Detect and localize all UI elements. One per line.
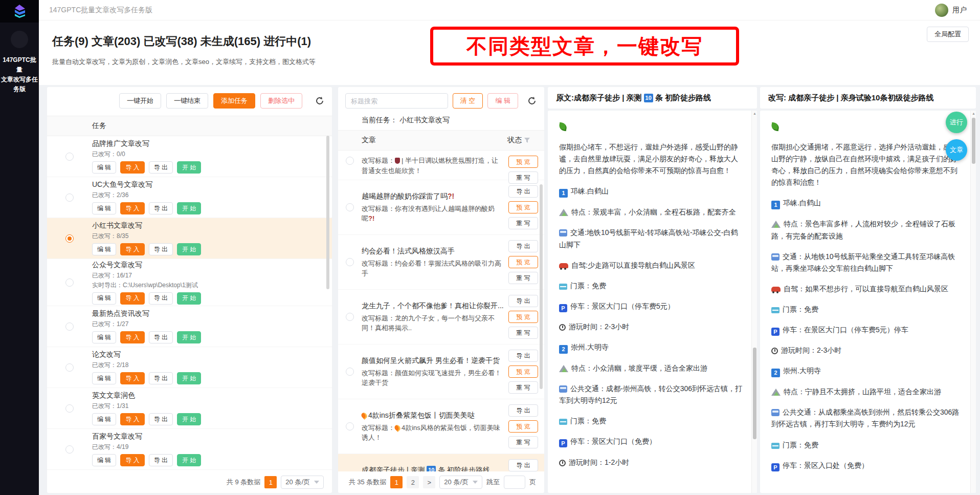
refresh-icon[interactable] [527,96,537,106]
article-row[interactable]: 约会必看！法式风格燎汉高手 改写标题：约会必看！掌握法式风格的吸引力高手 导 出… [338,235,544,290]
rewrite-button[interactable]: 重 写 [508,436,538,448]
article-fab-button[interactable]: 文章 [946,139,967,161]
preview-button[interactable]: 预 览 [508,420,538,433]
edit-button[interactable]: 编 辑 [92,243,116,255]
radio-button[interactable] [346,258,354,266]
user-avatar[interactable] [935,4,948,17]
preview-button[interactable]: 预 览 [508,201,538,213]
preview-button[interactable]: 预 览 [508,256,538,268]
scrollbar-thumb[interactable] [972,118,975,164]
start-button[interactable]: 开 始 [177,454,201,466]
rewrite-button[interactable]: 重 写 [508,171,538,184]
next-page-button[interactable]: > [423,476,435,488]
import-button[interactable]: 导 入 [120,331,144,343]
page-size-select[interactable]: 20 条/页 [281,476,324,489]
export-button[interactable]: 导 出 [149,372,173,384]
radio-button[interactable] [65,322,74,331]
import-button[interactable]: 导 入 [120,413,144,425]
start-button[interactable]: 开 始 [177,413,201,425]
edit-articles-button[interactable]: 编 辑 [487,93,518,109]
task-row[interactable]: 论文改写 已改写：2/18 编 辑 导 入 导 出 开 始 [47,347,332,388]
preview-button[interactable]: 预 览 [508,311,538,323]
import-button[interactable]: 导 入 [120,292,144,305]
radio-button[interactable] [346,368,354,376]
scrollbar-thumb[interactable] [540,184,543,389]
task-row[interactable]: 百家号文章改写 已改写：4/19 编 辑 导 入 导 出 开 始 [47,429,332,470]
page-number-active[interactable]: 1 [390,476,403,488]
refresh-icon[interactable] [315,96,325,106]
progress-fab-button[interactable]: 进行 [946,112,967,133]
export-button[interactable]: 导 出 [149,243,173,255]
scrollbar[interactable]: ▲ [751,111,757,493]
start-button[interactable]: 开 始 [177,292,201,305]
export-button[interactable]: 导 出 [149,161,173,174]
edit-button[interactable]: 编 辑 [92,202,116,214]
export-button[interactable]: 导 出 [149,331,173,343]
article-row[interactable]: 4款ins折叠紫菜包饭丨切面美美哒 改写标题：4款ins风格的紫菜包饭，切面美味… [338,399,544,454]
article-row[interactable]: 越喝越胖的酸奶你踩雷了吗?! 改写标题：你有没有遇到让人越喝越胖的酸奶呢?! 导… [338,180,544,235]
page-number[interactable]: 2 [407,476,419,488]
export-button[interactable]: 导 出 [149,413,173,425]
delete-selected-button[interactable]: 删除选中 [260,93,302,109]
edit-button[interactable]: 编 辑 [92,372,116,384]
export-button[interactable]: 导 出 [508,185,538,198]
export-button[interactable]: 导 出 [508,295,538,307]
radio-button[interactable] [346,203,354,211]
task-row[interactable]: UC大鱼号文章改写 已改写：2/36 编 辑 导 入 导 出 开 始 [47,177,332,218]
scrollbar-thumb[interactable] [753,348,756,439]
import-button[interactable]: 导 入 [120,372,144,384]
edit-button[interactable]: 编 辑 [92,331,116,343]
radio-button-checked[interactable] [65,234,74,243]
add-task-button[interactable]: 添加任务 [213,93,255,109]
import-button[interactable]: 导 入 [120,454,144,466]
import-button[interactable]: 导 入 [120,161,144,174]
export-button[interactable]: 导 出 [508,240,538,252]
scroll-up-icon[interactable]: ▲ [971,111,976,117]
preview-button[interactable]: 预 览 [508,365,538,378]
filter-icon[interactable] [524,138,530,143]
edit-button[interactable]: 编 辑 [92,413,116,425]
clear-button[interactable]: 清 空 [453,93,483,109]
article-row[interactable]: 龙生九子，个个都不像他爹！真相让你裂开... 改写标题：龙的九个子女，每一个都与… [338,290,544,345]
task-row[interactable]: 最新热点资讯改写 已改写：1/27 编 辑 导 入 导 出 开 始 [47,306,332,347]
article-row[interactable]: 颜值如何呈火箭式飙升 男生必看！逆袭干货 改写标题：颜值如何实现飞速提升，男生必… [338,345,544,399]
article-row[interactable]: 改写标题：| 半十日调以燃秋意氛围打造，让普通女生也能欣赏！ 预 览 重 写 [338,150,544,180]
import-button[interactable]: 导 入 [120,202,144,214]
export-button[interactable]: 导 出 [149,292,173,305]
radio-button[interactable] [346,313,354,321]
rewrite-button[interactable]: 重 写 [508,272,538,284]
start-all-button[interactable]: 一键开始 [119,93,161,109]
start-button[interactable]: 开 始 [177,331,201,343]
edit-button[interactable]: 编 辑 [92,161,116,174]
article-row-selected[interactable]: 成都亲子徒步 | 亲测 10 条 初阶徒步路线 改写标题：成都亲子徒步 | 亲身… [338,454,544,471]
scroll-up-icon[interactable]: ▲ [752,111,757,117]
export-button[interactable]: 导 出 [149,454,173,466]
start-button[interactable]: 开 始 [177,202,201,214]
scrollbar-thumb[interactable] [326,136,329,289]
export-button[interactable]: 导 出 [508,459,538,471]
user-name[interactable]: 用户 [952,6,967,15]
preview-button[interactable]: 预 览 [508,156,538,168]
export-button[interactable]: 导 出 [508,404,538,417]
radio-button[interactable] [346,157,354,165]
task-row[interactable]: 英文文章润色 已改写：1/31 编 辑 导 入 导 出 开 始 [47,388,332,429]
rewrite-button[interactable]: 重 写 [508,327,538,339]
scrollbar[interactable]: ▲ [970,111,976,493]
radio-button[interactable] [346,422,354,431]
search-input[interactable] [345,93,448,109]
radio-button[interactable] [65,193,74,202]
edit-button[interactable]: 编 辑 [92,292,116,305]
export-button[interactable]: 导 出 [149,202,173,214]
start-button[interactable]: 开 始 [177,161,201,174]
global-config-button[interactable]: 全局配置 [927,27,969,42]
rewrite-button[interactable]: 重 写 [508,217,538,229]
radio-button[interactable] [65,278,74,287]
stop-all-button[interactable]: 一键结束 [166,93,208,109]
radio-button[interactable] [65,153,74,161]
page-size-select[interactable]: 20 条/页 [439,476,482,489]
start-button[interactable]: 开 始 [177,372,201,384]
page-number-active[interactable]: 1 [264,476,277,488]
export-button[interactable]: 导 出 [508,350,538,362]
jump-page-input[interactable] [504,476,525,489]
import-button[interactable]: 导 入 [120,243,144,255]
